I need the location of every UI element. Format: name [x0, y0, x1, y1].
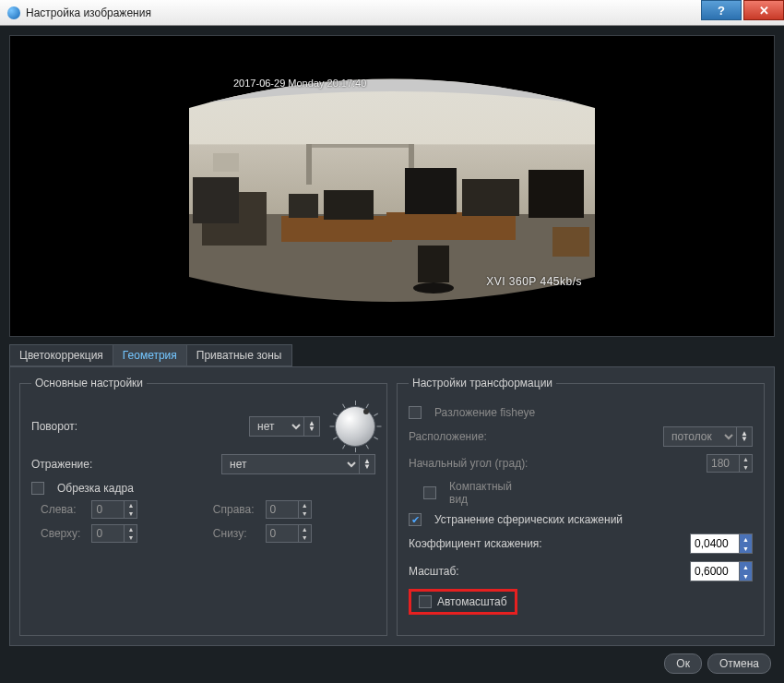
fisheye-checkbox[interactable] [409, 406, 422, 419]
geometry-panel: Основные настройки Поворот: нет ▲▼ [9, 366, 775, 646]
svg-rect-2 [311, 144, 410, 148]
overlay-bitrate: XVI 360P 445kb/s [486, 275, 582, 288]
tab-privacy[interactable]: Приватные зоны [186, 344, 292, 366]
svg-rect-11 [405, 168, 457, 214]
compact-checkbox[interactable] [423, 486, 436, 499]
svg-rect-3 [306, 144, 312, 185]
svg-rect-13 [529, 170, 584, 218]
crop-top-label: Сверху: [41, 527, 80, 540]
autoscale-label: Автомасштаб [437, 595, 507, 608]
fisheye-label: Разложение fisheye [434, 406, 753, 419]
chevron-down-icon[interactable]: ▲▼ [736, 426, 753, 447]
svg-rect-7 [281, 216, 392, 242]
compact-label: Компактный вид [449, 480, 512, 506]
crop-left-input[interactable]: ▲▼ [91, 500, 201, 519]
chevron-down-icon[interactable]: ▲▼ [303, 416, 320, 437]
svg-rect-5 [213, 153, 239, 172]
tab-geometry[interactable]: Геометрия [113, 344, 187, 366]
placement-label: Расположение: [409, 430, 656, 443]
scale-input[interactable]: ▲▼ [690, 561, 753, 581]
crop-right-label: Справа: [213, 503, 255, 516]
basic-legend: Основные настройки [31, 377, 147, 389]
spherical-label: Устранение сферических искажений [434, 513, 623, 526]
svg-rect-12 [462, 179, 519, 216]
svg-rect-15 [418, 246, 449, 282]
rotation-label: Поворот: [31, 420, 242, 433]
scale-label: Масштаб: [409, 565, 683, 578]
overlay-timestamp: 2017-06-29 Monday 20:17:40 [233, 78, 366, 89]
svg-point-16 [413, 282, 454, 294]
close-button[interactable] [743, 0, 784, 20]
crop-bottom-input[interactable]: ▲▼ [266, 524, 375, 543]
spherical-checkbox[interactable] [409, 513, 422, 526]
camera-frame: 2017-06-29 Monday 20:17:40 XVI 360P 445k… [180, 57, 604, 316]
tabstrip: Цветокоррекция Геометрия Приватные зоны [9, 344, 775, 366]
ok-button[interactable]: Ок [664, 653, 702, 674]
start-angle-label: Начальный угол (град): [409, 457, 699, 470]
preview-area: 2017-06-29 Monday 20:17:40 XVI 360P 445k… [9, 35, 775, 337]
crop-label: Обрезка кадра [57, 482, 134, 495]
chevron-down-icon[interactable]: ▲▼ [359, 454, 375, 474]
titlebar: Настройка изображения [0, 0, 784, 26]
svg-rect-10 [386, 212, 516, 240]
crop-right-input[interactable]: ▲▼ [266, 500, 375, 519]
svg-rect-9 [324, 190, 374, 220]
mirror-label: Отражение: [31, 458, 214, 471]
svg-rect-8 [289, 194, 318, 218]
dialog-footer: Ок Отмена [9, 646, 775, 674]
crop-top-input[interactable]: ▲▼ [91, 524, 201, 543]
mirror-select[interactable]: нет [221, 454, 360, 474]
help-button[interactable] [701, 0, 742, 20]
crop-checkbox[interactable] [31, 482, 44, 495]
cancel-button[interactable]: Отмена [707, 653, 771, 674]
basic-group: Основные настройки Поворот: нет ▲▼ [19, 377, 387, 636]
transform-legend: Настройки трансформации [409, 377, 556, 389]
crop-bottom-label: Снизу: [213, 527, 255, 540]
coeff-label: Коэффициент искажения: [409, 537, 683, 550]
transform-group: Настройки трансформации Разложение fishe… [397, 377, 765, 636]
window-title: Настройка изображения [26, 6, 151, 19]
crop-grid: Слева: ▲▼ Справа: ▲▼ Сверху: ▲▼ Снизу: ▲… [31, 500, 375, 543]
svg-rect-14 [552, 227, 589, 257]
svg-rect-17 [193, 177, 239, 223]
coeff-input[interactable]: ▲▼ [690, 533, 753, 554]
tab-color[interactable]: Цветокоррекция [9, 344, 113, 366]
rotation-dial[interactable] [335, 406, 375, 447]
autoscale-checkbox[interactable] [419, 595, 432, 608]
placement-select[interactable]: потолок [663, 426, 737, 447]
crop-left-label: Слева: [41, 503, 80, 516]
rotation-select[interactable]: нет [249, 416, 304, 437]
start-angle-input[interactable]: ▲▼ [707, 454, 753, 473]
autoscale-highlight: Автомасштаб [409, 589, 517, 615]
app-icon [7, 6, 20, 19]
